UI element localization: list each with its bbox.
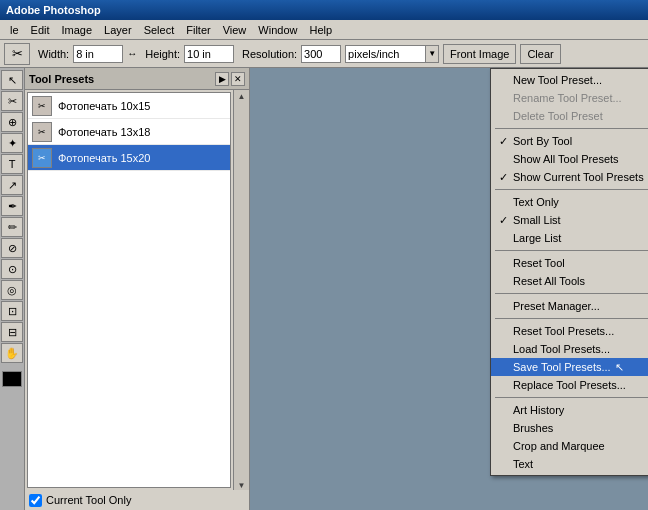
preset-item-1[interactable]: ✂ Фотопечать 10x15 [28, 93, 230, 119]
dropdown-item-reset-all-tools[interactable]: Reset All Tools [491, 272, 648, 290]
menu-item-window[interactable]: Window [252, 22, 303, 38]
dropdown-item-crop-and-marquee[interactable]: Crop and Marquee [491, 437, 648, 455]
tool-pen[interactable]: ✒ [1, 196, 23, 216]
dropdown-item-text[interactable]: Text [491, 455, 648, 473]
label-reset-tool-presets: Reset Tool Presets... [513, 325, 614, 337]
dropdown-item-reset-tool[interactable]: Reset Tool [491, 254, 648, 272]
tool-brush[interactable]: ✏ [1, 217, 23, 237]
label-delete-tool-preset: Delete Tool Preset [513, 110, 603, 122]
label-reset-tool: Reset Tool [513, 257, 565, 269]
label-reset-all-tools: Reset All Tools [513, 275, 585, 287]
presets-panel-scrollbar[interactable]: ▲ ▼ [233, 90, 249, 490]
menu-item-view[interactable]: View [217, 22, 253, 38]
presets-panel-title: Tool Presets [29, 73, 94, 85]
tool-crop[interactable]: ✂ [1, 91, 23, 111]
tool-selection[interactable]: ↖ [1, 70, 23, 90]
dropdown-item-show-all-tool-presets[interactable]: Show All Tool Presets [491, 150, 648, 168]
resolution-label: Resolution: [242, 48, 297, 60]
label-replace-tool-presets: Replace Tool Presets... [513, 379, 626, 391]
checkmark-small-list: ✓ [499, 214, 511, 227]
dropdown-item-new-tool-preset[interactable]: New Tool Preset... [491, 71, 648, 89]
presets-panel-close[interactable]: ✕ [231, 72, 245, 86]
front-image-button[interactable]: Front Image [443, 44, 516, 64]
dropdown-item-rename-tool-preset: Rename Tool Preset... [491, 89, 648, 107]
tool-path[interactable]: ↗ [1, 175, 23, 195]
width-input[interactable] [73, 45, 123, 63]
label-show-all-tool-presets: Show All Tool Presets [513, 153, 619, 165]
tool-presets-dropdown-menu: New Tool Preset...Rename Tool Preset...D… [490, 68, 648, 476]
preset-item-2[interactable]: ✂ Фотопечать 13x18 [28, 119, 230, 145]
label-art-history: Art History [513, 404, 564, 416]
menu-item-layer[interactable]: Layer [98, 22, 138, 38]
divider-21 [495, 397, 648, 398]
tool-dodge[interactable]: ◎ [1, 280, 23, 300]
menu-item-edit[interactable]: Edit [25, 22, 56, 38]
label-load-tool-presets: Load Tool Presets... [513, 343, 610, 355]
dropdown-item-small-list[interactable]: ✓Small List [491, 211, 648, 229]
tool-notes[interactable]: ⊟ [1, 322, 23, 342]
dropdown-item-reset-tool-presets[interactable]: Reset Tool Presets... [491, 322, 648, 340]
dropdown-item-text-only[interactable]: Text Only [491, 193, 648, 211]
main-area: ↖ ✂ ⊕ ✦ T ↗ ✒ ✏ ⊘ ⊙ ◎ ⊡ ⊟ ✋ Tool Presets… [0, 68, 648, 510]
height-swap-icon: ↔ [127, 48, 137, 59]
label-save-tool-presets: Save Tool Presets... [513, 361, 611, 373]
checkmark-sort-by-tool: ✓ [499, 135, 511, 148]
dropdown-item-show-current-tool-presets[interactable]: ✓Show Current Tool Presets [491, 168, 648, 186]
canvas-area: New Tool Preset...Rename Tool Preset...D… [250, 68, 648, 510]
divider-3 [495, 128, 648, 129]
menu-item-filter[interactable]: Filter [180, 22, 216, 38]
resolution-unit-dropdown[interactable]: ▼ [425, 45, 439, 63]
resolution-input[interactable] [301, 45, 341, 63]
current-tool-only-row: Current Tool Only [25, 490, 249, 510]
crop-tool-icon[interactable]: ✂ [4, 43, 30, 65]
dropdown-item-large-list[interactable]: Large List [491, 229, 648, 247]
tool-lasso[interactable]: ⊕ [1, 112, 23, 132]
tool-hand[interactable]: ✋ [1, 343, 23, 363]
clear-button[interactable]: Clear [520, 44, 560, 64]
left-toolbar: ↖ ✂ ⊕ ✦ T ↗ ✒ ✏ ⊘ ⊙ ◎ ⊡ ⊟ ✋ [0, 68, 25, 510]
current-tool-only-checkbox[interactable] [29, 494, 42, 507]
label-text-only: Text Only [513, 196, 559, 208]
presets-panel-options[interactable]: ▶ [215, 72, 229, 86]
tool-eraser[interactable]: ⊘ [1, 238, 23, 258]
dropdown-item-preset-manager[interactable]: Preset Manager... [491, 297, 648, 315]
dropdown-item-save-tool-presets[interactable]: Save Tool Presets...↖ [491, 358, 648, 376]
dropdown-item-sort-by-tool[interactable]: ✓Sort By Tool [491, 132, 648, 150]
cursor-icon-save-tool-presets: ↖ [615, 361, 624, 374]
width-label: Width: [38, 48, 69, 60]
foreground-color[interactable] [2, 371, 22, 387]
label-rename-tool-preset: Rename Tool Preset... [513, 92, 622, 104]
divider-11 [495, 250, 648, 251]
label-brushes: Brushes [513, 422, 553, 434]
dropdown-item-load-tool-presets[interactable]: Load Tool Presets... [491, 340, 648, 358]
presets-scroll-area: ✂ Фотопечать 10x15 ✂ Фотопечать 13x18 ✂ … [25, 90, 249, 490]
preset-icon-2: ✂ [32, 122, 52, 142]
label-preset-manager: Preset Manager... [513, 300, 600, 312]
menu-item-file[interactable]: le [4, 22, 25, 38]
resolution-unit-input[interactable] [345, 45, 425, 63]
tool-measure[interactable]: ⊡ [1, 301, 23, 321]
current-tool-only-label: Current Tool Only [46, 494, 131, 506]
height-input[interactable] [184, 45, 234, 63]
preset-icon-3: ✂ [32, 148, 52, 168]
tool-type[interactable]: T [1, 154, 23, 174]
menu-item-help[interactable]: Help [303, 22, 338, 38]
dropdown-item-brushes[interactable]: Brushes [491, 419, 648, 437]
tool-magic-wand[interactable]: ✦ [1, 133, 23, 153]
options-bar: ✂ Width: ↔ Height: Resolution: ▼ Front I… [0, 40, 648, 68]
menu-item-select[interactable]: Select [138, 22, 181, 38]
label-show-current-tool-presets: Show Current Tool Presets [513, 171, 644, 183]
menu-item-image[interactable]: Image [56, 22, 99, 38]
preset-item-3[interactable]: ✂ Фотопечать 15x20 [28, 145, 230, 171]
checkmark-show-current-tool-presets: ✓ [499, 171, 511, 184]
label-new-tool-preset: New Tool Preset... [513, 74, 602, 86]
dropdown-item-art-history[interactable]: Art History [491, 401, 648, 419]
divider-14 [495, 293, 648, 294]
dropdown-item-replace-tool-presets[interactable]: Replace Tool Presets... [491, 376, 648, 394]
label-sort-by-tool: Sort By Tool [513, 135, 572, 147]
preset-icon-1: ✂ [32, 96, 52, 116]
tool-paint-bucket[interactable]: ⊙ [1, 259, 23, 279]
label-small-list: Small List [513, 214, 561, 226]
menu-bar: le Edit Image Layer Select Filter View W… [0, 20, 648, 40]
title-text: Adobe Photoshop [6, 4, 101, 16]
